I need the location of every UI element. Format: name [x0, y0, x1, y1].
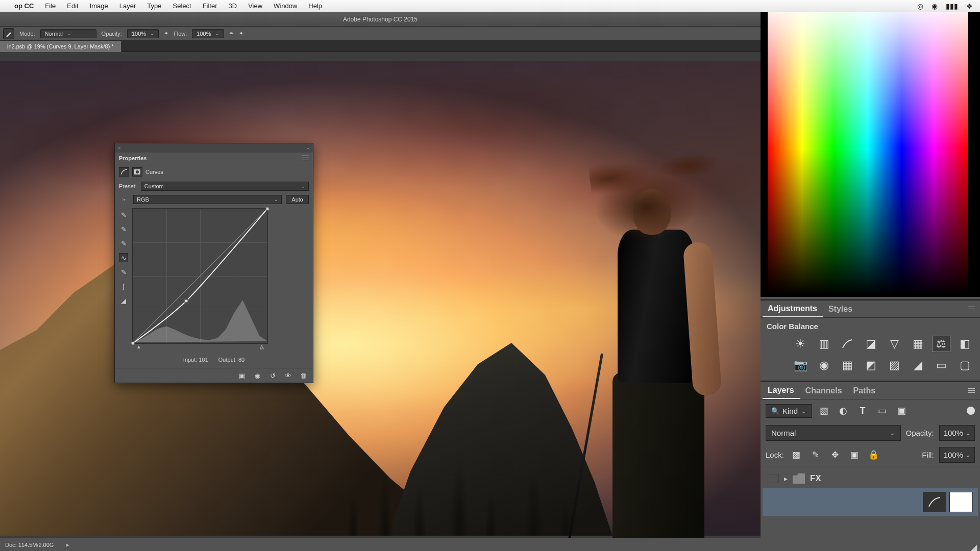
- adjustment-thumbnail[interactable]: [923, 492, 946, 512]
- view-previous-icon[interactable]: ◉: [253, 371, 262, 380]
- draw-curve-icon[interactable]: ✎: [119, 267, 128, 277]
- tab-adjustments[interactable]: Adjustments: [763, 301, 823, 317]
- status-flyout-icon[interactable]: ▶: [66, 542, 69, 547]
- histogram-options-icon[interactable]: ◢: [119, 296, 128, 305]
- mask-icon[interactable]: [132, 167, 142, 177]
- selective-color-icon[interactable]: ▢: [955, 357, 974, 373]
- filter-adjustment-icon[interactable]: ◐: [836, 404, 851, 418]
- smooth-icon[interactable]: ∫: [119, 282, 128, 291]
- gradient-map-icon[interactable]: ▭: [932, 357, 950, 373]
- pressure-size-icon[interactable]: ✦: [239, 30, 243, 37]
- layer-blend-mode[interactable]: Normal⌄: [766, 425, 901, 441]
- toggle-visibility-icon[interactable]: 👁: [283, 371, 292, 380]
- delete-adjustment-icon[interactable]: 🗑: [299, 371, 308, 380]
- edit-points-icon[interactable]: ∿: [119, 253, 128, 262]
- menu-help[interactable]: Help: [308, 2, 322, 10]
- filter-toggle[interactable]: [967, 407, 975, 415]
- layer-row-selected[interactable]: [763, 488, 978, 516]
- menu-3d[interactable]: 3D: [229, 2, 237, 10]
- hue-slider[interactable]: [969, 2, 973, 295]
- filter-pixel-icon[interactable]: ▧: [816, 404, 831, 418]
- tab-channels[interactable]: Channels: [800, 383, 848, 398]
- tab-styles[interactable]: Styles: [823, 302, 859, 317]
- doc-size[interactable]: Doc: 114.5M/2.00G: [5, 542, 54, 548]
- pressure-opacity-icon[interactable]: ✦: [164, 30, 168, 37]
- invert-icon[interactable]: ◩: [862, 357, 880, 373]
- threshold-icon[interactable]: ◢: [909, 357, 927, 373]
- clip-to-layer-icon[interactable]: ▣: [237, 371, 247, 380]
- layer-opacity-input[interactable]: 100%⌄: [939, 425, 975, 441]
- menu-type[interactable]: Type: [147, 2, 161, 10]
- status-icon[interactable]: ◉: [932, 2, 938, 10]
- color-lookup-icon[interactable]: ▦: [838, 357, 856, 373]
- eyedropper-white-icon[interactable]: ✎: [119, 239, 128, 248]
- curve-point-shadows[interactable]: [131, 342, 135, 345]
- layer-fill-input[interactable]: 100%⌄: [939, 447, 975, 463]
- menu-file[interactable]: File: [45, 2, 56, 10]
- curves-graph[interactable]: [132, 208, 268, 344]
- channel-select[interactable]: RGB⌄: [133, 195, 282, 204]
- lock-artboard-icon[interactable]: ▣: [847, 448, 862, 462]
- document-tab[interactable]: in2.psb @ 19% (Curves 9, Layer Mask/8) *: [0, 41, 121, 52]
- panel-menu-icon[interactable]: [302, 156, 309, 161]
- menu-filter[interactable]: Filter: [203, 2, 217, 10]
- collapse-icon[interactable]: «: [307, 145, 310, 151]
- curves-icon[interactable]: [838, 336, 856, 352]
- battery-icon[interactable]: ▮▮▮: [946, 2, 958, 10]
- filter-smart-icon[interactable]: ▣: [894, 404, 909, 418]
- menu-window[interactable]: Window: [274, 2, 297, 10]
- color-spectrum[interactable]: [768, 2, 968, 295]
- menu-edit[interactable]: Edit: [67, 2, 78, 10]
- reset-icon[interactable]: ↺: [268, 371, 277, 380]
- blend-mode-select[interactable]: Normal⌄: [40, 29, 96, 38]
- hue-saturation-icon[interactable]: ▦: [909, 336, 927, 352]
- menu-select[interactable]: Select: [173, 2, 191, 10]
- lock-position-icon[interactable]: ✥: [828, 448, 842, 462]
- black-point-slider[interactable]: ▲: [136, 344, 141, 349]
- targeted-adjust-icon[interactable]: ☞: [119, 196, 129, 203]
- exposure-icon[interactable]: ◪: [862, 336, 880, 352]
- black-white-icon[interactable]: ◧: [955, 336, 974, 352]
- output-value[interactable]: 80: [238, 357, 244, 363]
- layer-filter-kind[interactable]: 🔍Kind⌄: [766, 404, 812, 418]
- auto-button[interactable]: Auto: [286, 195, 309, 204]
- preset-select[interactable]: Custom⌄: [141, 182, 309, 191]
- properties-panel[interactable]: × « Properties Curves Preset: Custom⌄ ☞ …: [114, 143, 313, 383]
- panel-menu-icon[interactable]: [968, 307, 975, 312]
- menu-layer[interactable]: Layer: [119, 2, 136, 10]
- opacity-input[interactable]: 100%⌄: [127, 29, 159, 38]
- airbrush-icon[interactable]: ✒: [229, 30, 234, 37]
- lock-pixels-icon[interactable]: ✎: [808, 448, 823, 462]
- curve-point-mid[interactable]: [184, 299, 188, 303]
- tab-layers[interactable]: Layers: [763, 383, 800, 399]
- filter-shape-icon[interactable]: ▭: [874, 404, 890, 418]
- layer-list[interactable]: ▸ FX: [761, 466, 980, 519]
- vibrance-icon[interactable]: ▽: [885, 336, 903, 352]
- tab-paths[interactable]: Paths: [848, 383, 882, 398]
- status-icon[interactable]: ❖: [966, 2, 973, 10]
- disclosure-icon[interactable]: ▸: [784, 474, 788, 483]
- posterize-icon[interactable]: ▨: [885, 357, 903, 373]
- status-icon[interactable]: ◎: [917, 2, 923, 10]
- menu-view[interactable]: View: [248, 2, 262, 10]
- mask-thumbnail[interactable]: [949, 492, 973, 512]
- channel-mixer-icon[interactable]: ◉: [815, 357, 833, 373]
- eyedropper-gray-icon[interactable]: ✎: [119, 224, 128, 234]
- panel-header[interactable]: × «: [115, 143, 313, 153]
- input-value[interactable]: 101: [199, 357, 208, 363]
- curve-point-highlights[interactable]: [266, 207, 270, 211]
- lock-all-icon[interactable]: 🔒: [867, 448, 881, 462]
- white-point-slider[interactable]: △: [260, 344, 264, 349]
- photo-filter-icon[interactable]: 📷: [791, 357, 810, 373]
- flow-input[interactable]: 100%⌄: [192, 29, 224, 38]
- color-panel[interactable]: [761, 0, 980, 297]
- adjustment-type-icon[interactable]: [119, 167, 129, 177]
- close-panel-icon[interactable]: ×: [118, 145, 121, 151]
- lock-transparency-icon[interactable]: ▩: [789, 448, 803, 462]
- panel-menu-icon[interactable]: [968, 388, 975, 393]
- visibility-toggle[interactable]: [768, 474, 779, 483]
- menu-image[interactable]: Image: [90, 2, 108, 10]
- app-menu[interactable]: op CC: [14, 2, 34, 10]
- tool-preset-picker[interactable]: [3, 28, 14, 39]
- layer-name[interactable]: FX: [810, 474, 821, 483]
